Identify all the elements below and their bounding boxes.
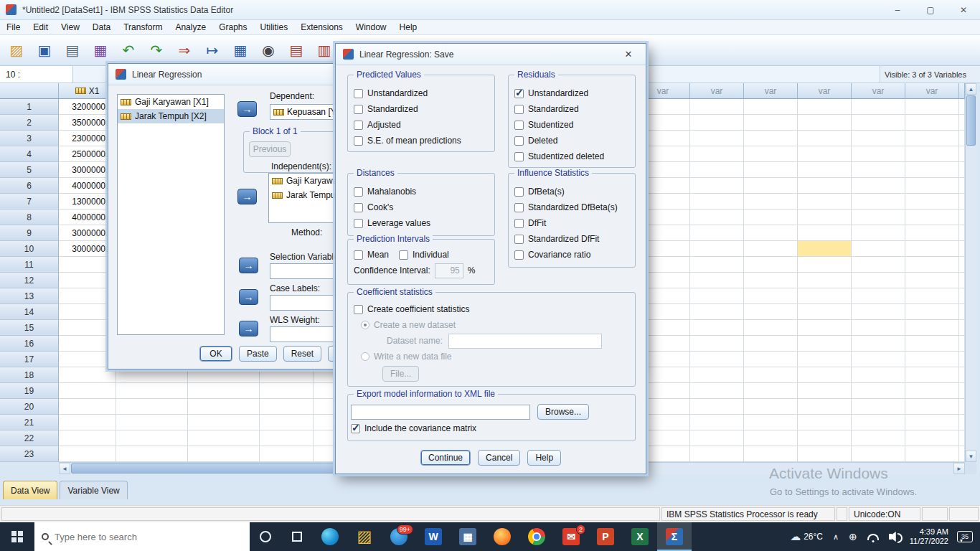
cell-var[interactable] [905, 131, 959, 146]
cell-var[interactable] [905, 194, 959, 209]
menu-utilities[interactable]: Utilities [253, 20, 294, 34]
checkbox-unstandardized[interactable]: Unstandardized [354, 85, 490, 101]
variable-list-item[interactable]: Jarak Tempuh [X2] [118, 109, 224, 123]
checkbox-standardized[interactable]: Standardized [354, 101, 490, 117]
cell-var[interactable] [690, 178, 744, 194]
cell-var[interactable] [852, 446, 905, 462]
cell-var[interactable] [905, 257, 959, 273]
cell-var[interactable] [260, 383, 314, 399]
store-icon[interactable]: ▦ [451, 522, 485, 551]
checkbox-unstandardized[interactable]: Unstandardized [514, 85, 631, 101]
cell-y-row19[interactable] [188, 383, 260, 399]
browse-button[interactable]: Browse... [537, 404, 589, 420]
cell-x1-row20[interactable] [59, 399, 116, 415]
selection-arrow-button[interactable]: → [239, 258, 258, 273]
cell-var[interactable] [690, 146, 744, 162]
cell-x1-row22[interactable] [59, 430, 116, 446]
help-button[interactable]: Help [527, 450, 561, 466]
reset-button[interactable]: Reset [283, 346, 321, 362]
cell-var[interactable] [260, 430, 314, 446]
volume-icon[interactable] [884, 522, 904, 551]
mail-icon[interactable]: ✉2 [554, 522, 588, 551]
close-icon[interactable]: ✕ [618, 47, 639, 62]
checkbox-s-e-of-mean-predictions[interactable]: S.E. of mean predictions [354, 133, 490, 149]
cell-var[interactable] [744, 115, 798, 131]
variable-list-item[interactable]: Gaji Karyawan [X1] [118, 95, 224, 109]
row-header[interactable]: 22 [0, 430, 59, 446]
column-header-var[interactable]: var [690, 83, 744, 99]
open-data-icon[interactable]: ▨ [6, 39, 27, 61]
cell-var[interactable] [798, 367, 852, 383]
checkbox-adjusted[interactable]: Adjusted [354, 117, 490, 133]
cell-var[interactable] [905, 399, 959, 415]
scroll-left-icon[interactable]: ◄ [59, 463, 70, 474]
row-header[interactable]: 5 [0, 162, 59, 178]
menu-data[interactable]: Data [86, 20, 117, 34]
cell-var[interactable] [798, 273, 852, 288]
cell-var[interactable] [852, 304, 905, 320]
cell-var[interactable] [905, 115, 959, 131]
cell-var[interactable] [744, 367, 798, 383]
cell-var[interactable] [798, 115, 852, 131]
checkbox-standardized[interactable]: Standardized [514, 101, 631, 117]
cell-var[interactable] [905, 241, 959, 257]
checkbox-mahalanobis[interactable]: Mahalanobis [354, 184, 490, 199]
wls-arrow-button[interactable]: → [239, 321, 258, 336]
individual-checkbox[interactable] [399, 250, 408, 260]
powerpoint-icon[interactable]: P [588, 522, 623, 551]
spss-icon[interactable]: Σ [657, 522, 692, 551]
cell-var[interactable] [690, 446, 744, 462]
cell-x1-row23[interactable] [59, 446, 116, 462]
cell-var[interactable] [852, 430, 905, 446]
case-labels-arrow-button[interactable]: → [239, 289, 258, 305]
include-covariance-checkbox[interactable]: Include the covariance matrix [351, 420, 631, 436]
clock[interactable]: 4:39 AM 11/27/2022 [904, 527, 954, 546]
task-view-button[interactable] [281, 522, 313, 551]
cell-var[interactable] [744, 209, 798, 225]
cell-var[interactable] [798, 383, 852, 399]
checkbox-standardized-dfbeta-s[interactable]: Standardized DfBeta(s) [514, 199, 631, 215]
cell-y-row18[interactable] [188, 367, 260, 383]
mean-checkbox[interactable] [354, 250, 363, 260]
excel-icon[interactable]: X [623, 522, 657, 551]
checkbox-cook-s[interactable]: Cook's [354, 199, 490, 215]
cell-var[interactable] [852, 225, 905, 241]
cell-var[interactable] [260, 446, 314, 462]
cell-var[interactable] [690, 383, 744, 399]
cell-var[interactable] [744, 430, 798, 446]
start-button[interactable] [0, 522, 34, 551]
cell-y-row22[interactable] [188, 430, 260, 446]
cell-var[interactable] [744, 352, 798, 367]
cancel-button[interactable]: Cancel [478, 450, 520, 466]
row-header[interactable]: 19 [0, 383, 59, 399]
browser-icon[interactable]: 99+ [382, 522, 416, 551]
cell-var[interactable] [905, 178, 959, 194]
row-header[interactable]: 11 [0, 257, 59, 273]
word-icon[interactable]: W [416, 522, 451, 551]
cell-var[interactable] [905, 367, 959, 383]
cell-x2-row20[interactable] [116, 399, 188, 415]
save-icon[interactable]: ▣ [34, 39, 55, 61]
cell-var[interactable] [798, 320, 852, 336]
cell-var[interactable] [905, 336, 959, 352]
column-header-var[interactable]: var [905, 83, 959, 99]
cell-var[interactable] [798, 162, 852, 178]
cell-var[interactable] [690, 399, 744, 415]
cell-var[interactable] [260, 367, 314, 383]
cell-var[interactable] [905, 352, 959, 367]
cell-var[interactable] [744, 415, 798, 430]
cell-var[interactable] [690, 209, 744, 225]
file-explorer-icon[interactable]: ▨ [347, 522, 382, 551]
cell-var[interactable] [852, 178, 905, 194]
menu-edit[interactable]: Edit [27, 20, 55, 34]
variable-list[interactable]: Gaji Karyawan [X1]Jarak Tempuh [X2] [117, 94, 225, 335]
cell-var[interactable] [690, 225, 744, 241]
cell-var[interactable] [744, 288, 798, 304]
cell-var[interactable] [690, 241, 744, 257]
cell-var[interactable] [905, 430, 959, 446]
cell-var[interactable] [905, 415, 959, 430]
cell-y-row23[interactable] [188, 446, 260, 462]
scroll-right-icon[interactable]: ► [953, 463, 965, 474]
cell-var[interactable] [744, 146, 798, 162]
cell-var[interactable] [744, 178, 798, 194]
